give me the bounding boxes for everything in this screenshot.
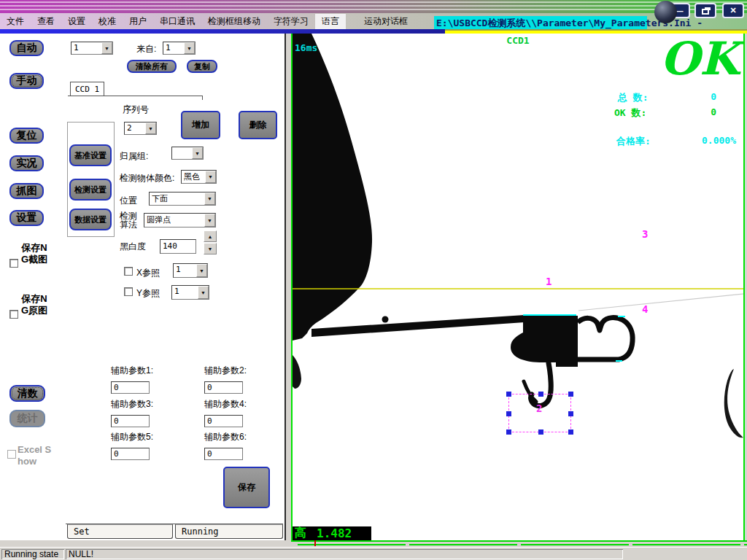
chevron-down-icon[interactable]: ▼: [204, 214, 215, 227]
spin-up-button[interactable]: ▲: [204, 230, 217, 242]
yref-combobox[interactable]: 1▼: [171, 285, 209, 300]
xref-checkbox[interactable]: [124, 267, 133, 276]
chevron-down-icon[interactable]: ▼: [101, 42, 112, 54]
resize-handle[interactable]: [506, 392, 511, 397]
close-button[interactable]: ✕: [722, 3, 744, 18]
reset-button[interactable]: 复位: [9, 128, 44, 144]
titlebar-stripe: [0, 1, 747, 3]
titlebar-stripe: [0, 5, 747, 7]
detection-selection-box[interactable]: [508, 394, 571, 432]
xref-label: X参照: [136, 267, 160, 279]
menu-motion-dialog[interactable]: 运动对话框: [357, 14, 414, 29]
status-message: NULL!: [66, 549, 623, 559]
object-color-combobox[interactable]: 黑色▼: [181, 170, 217, 184]
yref-checkbox[interactable]: [124, 287, 133, 296]
chevron-down-icon[interactable]: ▼: [205, 171, 216, 183]
resize-handle[interactable]: [538, 429, 543, 435]
bw-threshold-label: 黑白度: [120, 241, 146, 253]
copy-button[interactable]: 复制: [187, 60, 217, 73]
aux2-input[interactable]: [204, 381, 243, 394]
clear-count-button[interactable]: 清数: [9, 385, 45, 402]
chevron-down-icon[interactable]: ▼: [198, 286, 209, 299]
resize-handle[interactable]: [568, 429, 573, 435]
from-label: 来自:: [136, 43, 156, 55]
aux1-input[interactable]: [111, 381, 150, 394]
save-button[interactable]: 保存: [223, 467, 270, 508]
total-count-value: 0: [705, 91, 716, 102]
menu-settings[interactable]: 设置: [61, 14, 92, 29]
clear-all-button[interactable]: 清除所有: [127, 60, 177, 73]
save-ng-crop-checkbox[interactable]: [9, 259, 18, 268]
aux4-input[interactable]: [204, 415, 243, 427]
skin-orb-icon: [654, 1, 677, 23]
tab-ccd1[interactable]: CCD 1: [70, 82, 104, 96]
ok-count-value: 0: [705, 106, 716, 117]
manual-button[interactable]: 手动: [9, 73, 44, 89]
menu-calibration[interactable]: 校准: [92, 14, 123, 29]
restore-button[interactable]: [694, 3, 716, 18]
arrow-down-icon: ▼: [208, 246, 213, 252]
camera-viewport: 16ms CCD1 OK 总 数: 0 OK 数: 0 合格率: 0.000% …: [291, 34, 745, 540]
camera-bottom-border: [291, 540, 747, 542]
xref-combobox[interactable]: 1▼: [173, 263, 208, 278]
aux5-input[interactable]: [111, 448, 150, 460]
height-label: 高: [295, 526, 306, 540]
delete-button[interactable]: 删除: [239, 111, 277, 139]
position-combobox[interactable]: 下面▼: [149, 192, 216, 206]
serial-combobox[interactable]: 2▼: [124, 122, 157, 135]
algorithm-combobox[interactable]: 圆弹点▼: [144, 213, 216, 228]
chevron-down-icon[interactable]: ▼: [204, 192, 215, 205]
arrow-up-icon: ▲: [208, 234, 213, 239]
add-button[interactable]: 增加: [181, 111, 220, 139]
menu-serial-comm[interactable]: 串口通讯: [153, 14, 201, 29]
menu-file[interactable]: 文件: [0, 14, 31, 29]
aux6-input[interactable]: [204, 448, 243, 460]
setup-button[interactable]: 设置: [9, 210, 44, 226]
slot-combobox[interactable]: 1▼: [71, 42, 113, 55]
titlebar-stripe: [0, 9, 747, 10]
aux1-label: 辅助参数1:: [111, 365, 153, 377]
pass-rate-label: 合格率:: [616, 135, 651, 148]
auto-button[interactable]: 自动: [9, 40, 44, 56]
camera-image: [293, 34, 743, 540]
tab-running[interactable]: Running: [175, 524, 283, 539]
aux3-input[interactable]: [111, 415, 150, 427]
group-label: 归属组:: [120, 150, 148, 163]
serial-label: 序列号: [123, 104, 149, 116]
menu-view[interactable]: 查看: [31, 14, 61, 29]
result-ok-text: OK: [660, 36, 739, 82]
detect-settings-button[interactable]: 检测设置: [69, 179, 112, 201]
object-color-label: 检测物体颜色:: [120, 172, 174, 184]
resize-handle[interactable]: [568, 411, 573, 416]
resize-handle[interactable]: [506, 411, 511, 416]
data-settings-button[interactable]: 数据设置: [69, 209, 112, 230]
pass-rate-value: 0.000%: [686, 135, 736, 146]
chevron-down-icon[interactable]: ▼: [184, 42, 195, 54]
bw-threshold-input[interactable]: [160, 239, 196, 254]
resize-handle[interactable]: [506, 429, 511, 435]
save-ng-raw-checkbox[interactable]: [9, 310, 18, 319]
menu-language[interactable]: 语言: [315, 14, 346, 29]
group-combobox[interactable]: ▼: [171, 147, 204, 160]
menu-char-learning[interactable]: 字符学习: [267, 14, 315, 29]
spin-down-button[interactable]: ▼: [204, 243, 217, 254]
tab-set[interactable]: Set: [67, 524, 173, 539]
chevron-down-icon[interactable]: ▼: [196, 264, 207, 277]
capture-button[interactable]: 抓图: [9, 183, 44, 199]
app-window: — ✕ 文件 查看 设置 校准 用户 串口通讯 检测框组移动 字符学习 语言 运…: [0, 0, 747, 560]
menu-frame-move[interactable]: 检测框组移动: [201, 14, 267, 29]
status-bar: Running state NULL!: [0, 547, 747, 560]
excel-show-checkbox[interactable]: [7, 450, 16, 459]
live-button[interactable]: 实况: [9, 155, 44, 171]
resize-handle[interactable]: [538, 392, 543, 397]
chevron-down-icon[interactable]: ▼: [192, 147, 203, 159]
chevron-down-icon[interactable]: ▼: [145, 122, 156, 134]
position-label: 位置: [120, 195, 137, 207]
base-settings-button[interactable]: 基准设置: [69, 144, 112, 166]
resize-handle[interactable]: [568, 392, 573, 397]
statistics-button[interactable]: 统计: [9, 410, 45, 427]
red-tick: [314, 540, 316, 546]
menu-user[interactable]: 用户: [123, 14, 153, 29]
from-combobox[interactable]: 1▼: [163, 42, 196, 55]
bw-threshold-field[interactable]: [160, 238, 196, 253]
